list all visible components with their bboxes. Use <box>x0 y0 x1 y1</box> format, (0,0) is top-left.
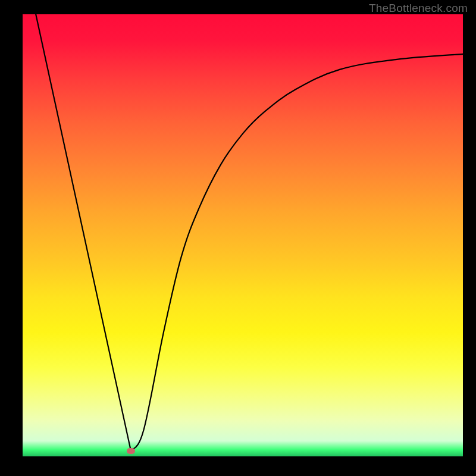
watermark-text: TheBottleneck.com <box>369 2 468 15</box>
bottleneck-curve <box>36 14 463 451</box>
plot-area <box>23 14 463 456</box>
curve-layer <box>23 14 463 456</box>
optimal-point-marker <box>127 448 135 454</box>
